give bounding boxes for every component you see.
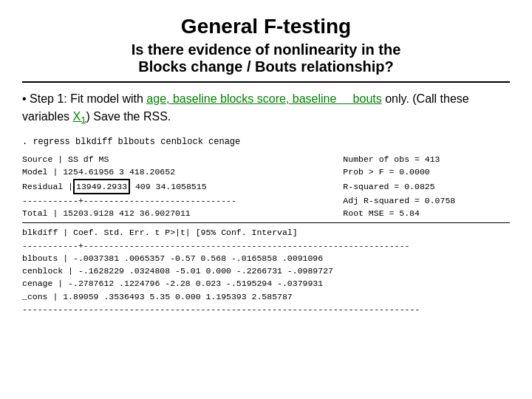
stats-row1: Model | 1254.61956 3 418.20652 Prob > F … bbox=[22, 166, 510, 178]
stats-row2-left: Residual | 13949.2933 409 34.1058515 bbox=[22, 179, 328, 194]
stats-row2-post: 409 34.1058515 bbox=[130, 182, 207, 191]
coef-divider: -----------+----------------------------… bbox=[22, 239, 510, 252]
bullet-part5: ) Save the RSS. bbox=[86, 110, 171, 123]
stats-divider-left: -----------+----------------------------… bbox=[22, 194, 328, 207]
subtitle-line2: Blocks change / Bouts relationship? bbox=[138, 58, 394, 75]
stats-row2-pre: Residual | bbox=[22, 182, 73, 191]
stats-row1-left: Model | 1254.61956 3 418.20652 bbox=[22, 166, 328, 178]
stats-header-left: Source | SS df MS bbox=[22, 153, 328, 166]
stats-row3: Total | 15203.9128 412 36.9027011 Root M… bbox=[22, 207, 510, 219]
stats-divider-row: -----------+----------------------------… bbox=[22, 194, 510, 207]
bullet-step1: • Step 1: Fit model with age, baseline b… bbox=[22, 90, 510, 128]
subtitle: Is there evidence of nonlinearity in the… bbox=[22, 41, 510, 75]
bullet-green: age, baseline blocks score, baseline bou… bbox=[146, 92, 381, 105]
stats-section: Source | SS df MS Number of obs = 413 Mo… bbox=[22, 153, 510, 316]
coef-row-3: _cons | 1.89059 .3536493 5.35 0.000 1.19… bbox=[22, 290, 510, 303]
stats-row2: Residual | 13949.2933 409 34.1058515 R-s… bbox=[22, 179, 510, 194]
coef-bottom-divider: ----------------------------------------… bbox=[22, 303, 510, 316]
stats-row2-right: R-squared = 0.0825 bbox=[328, 179, 510, 194]
stats-highlight: 13949.2933 bbox=[73, 179, 130, 194]
coef-row-2: cenage | -.2787612 .1224796 -2.28 0.023 … bbox=[22, 277, 510, 290]
stats-adj-r: Adj R-squared = 0.0758 bbox=[328, 194, 510, 207]
page-title: General F-testing bbox=[22, 15, 510, 38]
title-divider bbox=[22, 81, 510, 83]
stats-header-row: Source | SS df MS Number of obs = 413 bbox=[22, 153, 510, 166]
regress-command: . regress blkdiff blbouts cenblock cenag… bbox=[22, 135, 510, 149]
stats-row3-left: Total | 15203.9128 412 36.9027011 bbox=[22, 207, 328, 219]
code-block: . regress blkdiff blbouts cenblock cenag… bbox=[22, 135, 510, 316]
coef-top-divider bbox=[22, 222, 510, 223]
bullet-prefix: Step 1: Fit model with bbox=[30, 92, 146, 105]
stats-row1-right: Prob > F = 0.0000 bbox=[328, 166, 510, 178]
stats-row3-right: Root MSE = 5.84 bbox=[328, 207, 510, 219]
coef-row-0: blbouts | -.0037381 .0065357 -0.57 0.568… bbox=[22, 252, 510, 265]
coef-row-1: cenblock | -.1628229 .0324808 -5.01 0.00… bbox=[22, 265, 510, 277]
coef-header: blkdiff | Coef. Std. Err. t P>|t| [95% C… bbox=[22, 226, 510, 239]
bullet-x: X1 bbox=[72, 110, 86, 123]
stats-header-right: Number of obs = 413 bbox=[328, 153, 510, 166]
subtitle-line1: Is there evidence of nonlinearity in the bbox=[132, 41, 401, 58]
